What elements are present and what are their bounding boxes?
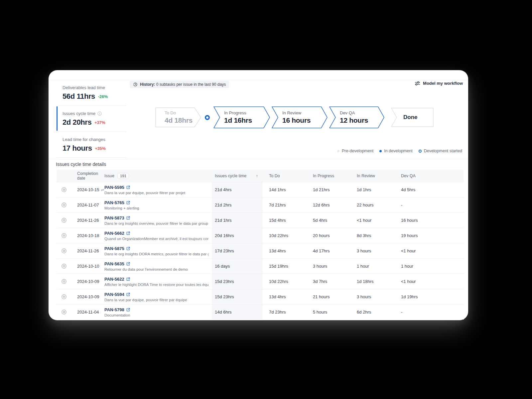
completion-date: 2024-10-15 xyxy=(77,187,99,192)
eye-icon[interactable] xyxy=(61,202,67,208)
cell-in-review: 1 hour xyxy=(350,264,394,269)
metric-label: Issues cycle time xyxy=(63,111,95,116)
workflow-stage-todo[interactable]: To Do 4d 18hrs xyxy=(155,107,201,127)
issue-key-link[interactable]: PAN-5798 xyxy=(104,307,124,312)
issue-key-link[interactable]: PAN-5875 xyxy=(104,246,124,251)
metric-delta: +35% xyxy=(95,146,106,151)
external-link-icon[interactable] xyxy=(126,216,130,220)
table-row: 2024-11-04 ⇌ PAN-5798 Documentation 14d … xyxy=(57,304,464,320)
legend-label: Pre-development xyxy=(342,149,373,153)
cell-in-review: 3 hours xyxy=(350,294,394,299)
cell-dev-qa: - xyxy=(394,202,464,207)
issue-summary: Retourner du data pour l'environnement d… xyxy=(104,267,208,271)
workflow-stage-in-review[interactable]: In Review 16 hours xyxy=(272,106,328,128)
cell-issues-cycle-time: 21d 2hrs xyxy=(212,198,263,212)
column-header-in-progress[interactable]: In Progress xyxy=(307,174,350,178)
history-pill: History: 0 subtasks per issue in the las… xyxy=(130,80,229,88)
issue-summary: Dans le org insights DORA metrics, pouvo… xyxy=(104,252,208,256)
column-header-to-do[interactable]: To Do xyxy=(263,174,307,178)
issue-key-link[interactable]: PAN-5622 xyxy=(104,277,124,282)
eye-icon[interactable] xyxy=(61,248,67,254)
issue-summary: Documentation xyxy=(104,313,208,317)
external-link-icon[interactable] xyxy=(126,231,130,235)
issue-key-link[interactable]: PAN-5595 xyxy=(104,185,124,190)
cell-in-review: 3 hours xyxy=(350,248,394,253)
issue-key-link[interactable]: PAN-5873 xyxy=(104,215,124,220)
workflow-pipeline: To Do 4d 18hrs In Progress 1d 16hrs In R… xyxy=(155,106,434,129)
metric-value: 17 hours xyxy=(63,144,92,153)
issue-key-link[interactable]: PAN-5765 xyxy=(104,200,124,205)
cell-issues-cycle-time: 21d 4hrs xyxy=(212,182,263,197)
workflow-stage-done[interactable]: Done xyxy=(391,108,434,127)
cell-dev-qa: <1 hour xyxy=(394,279,464,284)
issue-summary: Afficher le highlight DORA Time to resto… xyxy=(104,283,208,287)
issue-summary: Monitoring + alerting xyxy=(104,206,208,210)
workflow-stage-dev-qa[interactable]: Dev QA 12 hours xyxy=(329,106,384,128)
eye-icon[interactable] xyxy=(61,279,67,284)
eye-icon[interactable] xyxy=(61,309,67,315)
column-header-in-review[interactable]: In Review xyxy=(350,174,394,178)
stage-value: 12 hours xyxy=(340,116,368,124)
eye-icon[interactable] xyxy=(61,294,67,300)
cell-to-do: 15d 4hrs xyxy=(263,218,307,223)
cell-in-review: 8d 3hrs xyxy=(350,233,394,238)
cell-dev-qa: - xyxy=(394,310,464,315)
metric-deliverables-lead-time[interactable]: Deliverables lead time 56d 11hrs -26% xyxy=(57,80,126,106)
cell-to-do: 7d 21hrs xyxy=(263,202,307,207)
cell-in-progress: 4d 17hrs xyxy=(307,248,350,253)
external-link-icon[interactable] xyxy=(126,293,130,296)
stage-value: 16 hours xyxy=(282,116,311,124)
completion-date: 2024-10-10 xyxy=(77,264,99,269)
cell-in-review: <1 hour xyxy=(350,218,394,223)
completion-date: 2024-11-07 xyxy=(77,202,99,207)
eye-icon[interactable] xyxy=(61,187,67,193)
metric-issues-cycle-time[interactable]: Issues cycle time 2d 20hrs +37% xyxy=(57,106,126,132)
external-link-icon[interactable] xyxy=(126,262,130,266)
metric-delta: +37% xyxy=(94,120,105,125)
model-my-workflow-button[interactable]: Model my workflow xyxy=(415,81,463,86)
table-row: 2024-10-10 ⇌ PAN-5635 Retourner du data … xyxy=(57,258,464,274)
in-development-dot-icon xyxy=(379,150,382,152)
column-header-issue[interactable]: Issue 191 xyxy=(104,173,212,179)
cell-dev-qa: 4d 5hrs xyxy=(394,187,464,192)
workflow-stage-in-progress[interactable]: In Progress 1d 16hrs xyxy=(213,106,270,128)
external-link-icon[interactable] xyxy=(126,247,130,250)
dashboard-card: Deliverables lead time 56d 11hrs -26% Is… xyxy=(49,70,468,320)
external-link-icon[interactable] xyxy=(126,201,130,204)
eye-icon[interactable] xyxy=(61,263,67,269)
external-link-icon[interactable] xyxy=(126,277,130,281)
legend-pre-development: Pre-development xyxy=(337,149,373,153)
table-row: 2024-10-18 ⇌ PAN-5662 Quand un Organizat… xyxy=(57,228,464,243)
completion-date: 2024-11-26 xyxy=(77,218,99,223)
column-header-dev-qa[interactable]: Dev QA xyxy=(394,174,464,178)
issue-key-link[interactable]: PAN-5594 xyxy=(104,292,124,297)
metric-lead-time-for-changes[interactable]: Lead time for changes 17 hours +35% xyxy=(57,132,126,158)
column-header-completion-date[interactable]: Completion date xyxy=(71,171,104,181)
eye-icon[interactable] xyxy=(61,217,67,223)
metric-label: Lead time for changes xyxy=(63,137,126,142)
external-link-icon[interactable] xyxy=(126,186,130,189)
issue-summary: Dans le org insights overview, pouvoir f… xyxy=(104,221,208,225)
external-link-icon[interactable] xyxy=(126,308,130,312)
cell-in-review: 6d 2hrs xyxy=(350,310,394,315)
eye-icon[interactable] xyxy=(61,233,67,238)
issue-key-link[interactable]: PAN-5635 xyxy=(104,261,124,266)
history-clock-icon xyxy=(133,82,138,87)
stage-label: Done xyxy=(403,114,418,121)
cell-dev-qa: <1 hour xyxy=(394,248,464,253)
completion-date: 2024-11-26 xyxy=(77,248,99,253)
legend-in-development: In development xyxy=(379,149,412,153)
cell-in-review: 1d 18hrs xyxy=(350,279,394,284)
metrics-panel: Deliverables lead time 56d 11hrs -26% Is… xyxy=(57,80,126,158)
sliders-icon xyxy=(415,81,420,86)
metric-delta: -26% xyxy=(98,94,108,99)
cell-in-progress: 1d 21hrs xyxy=(307,187,350,192)
sort-ascending-icon[interactable]: ↑ xyxy=(256,173,258,178)
column-header-issues-cycle-time[interactable]: Issues cycle time ↑ xyxy=(212,170,263,182)
table-title: Issues cycle time details xyxy=(56,162,106,167)
cell-to-do: 10d 22hrs xyxy=(263,279,307,284)
legend-development-started: Development started xyxy=(419,149,462,153)
cell-dev-qa: 16 hours xyxy=(394,218,464,223)
issue-key-link[interactable]: PAN-5662 xyxy=(104,231,124,236)
cell-dev-qa: 1 hour xyxy=(394,264,464,269)
